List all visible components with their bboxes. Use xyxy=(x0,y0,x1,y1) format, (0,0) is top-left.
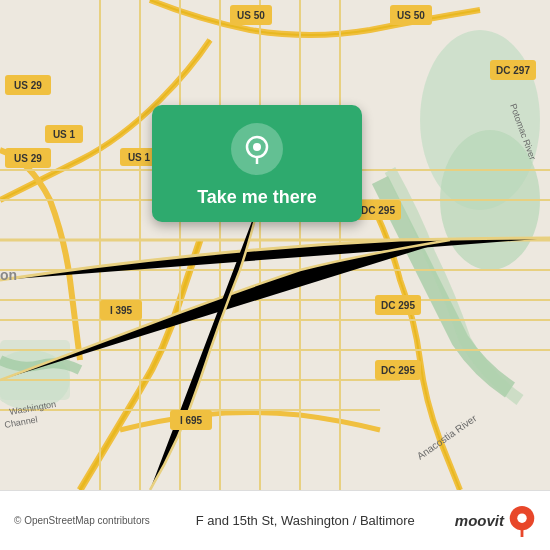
svg-text:US 50: US 50 xyxy=(397,10,425,21)
svg-text:US 1: US 1 xyxy=(128,152,151,163)
svg-text:DC 295: DC 295 xyxy=(381,300,415,311)
svg-text:on: on xyxy=(0,267,17,283)
map-svg: US 29 US 1 US 1 US 29 US 50 US 50 I 395 … xyxy=(0,0,550,490)
svg-text:I 695: I 695 xyxy=(180,415,203,426)
moovit-logo: moovit xyxy=(455,505,536,537)
svg-text:I 395: I 395 xyxy=(110,305,133,316)
svg-text:US 29: US 29 xyxy=(14,153,42,164)
attribution-text: © OpenStreetMap contributors xyxy=(14,515,156,526)
svg-text:DC 295: DC 295 xyxy=(381,365,415,376)
svg-point-51 xyxy=(253,143,261,151)
moovit-brand-text: moovit xyxy=(455,512,504,529)
svg-text:DC 295: DC 295 xyxy=(361,205,395,216)
svg-text:US 29: US 29 xyxy=(14,80,42,91)
bottom-bar: © OpenStreetMap contributors F and 15th … xyxy=(0,490,550,550)
map-container: US 29 US 1 US 1 US 29 US 50 US 50 I 395 … xyxy=(0,0,550,490)
moovit-pin-icon xyxy=(508,505,536,537)
svg-text:DC 297: DC 297 xyxy=(496,65,530,76)
popup-card[interactable]: Take me there xyxy=(152,105,362,222)
svg-text:US 1: US 1 xyxy=(53,129,76,140)
svg-text:US 50: US 50 xyxy=(237,10,265,21)
svg-point-53 xyxy=(517,513,526,522)
location-label: F and 15th St, Washington / Baltimore xyxy=(164,513,447,528)
location-pin-icon xyxy=(231,123,283,175)
take-me-there-button[interactable]: Take me there xyxy=(197,187,317,208)
